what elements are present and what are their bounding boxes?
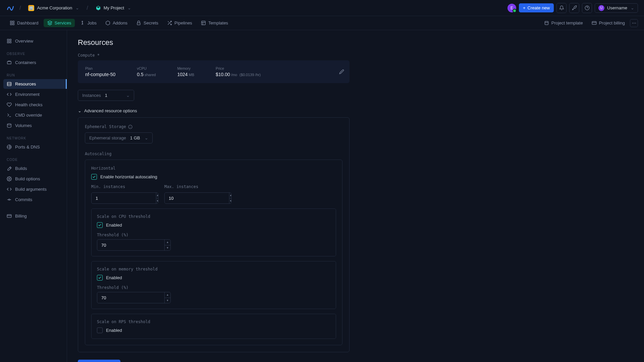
enable-horizontal-checkbox[interactable]	[91, 174, 97, 180]
sidebar-volumes[interactable]: Volumes	[3, 121, 63, 130]
sidebar-billing[interactable]: Billing	[3, 211, 63, 221]
update-restart-button[interactable]: Update & restart	[78, 360, 120, 362]
nav-project-template[interactable]: Project template	[540, 19, 587, 27]
page-title: Resources	[78, 38, 633, 47]
nav-services[interactable]: Services	[44, 19, 75, 27]
svg-rect-4	[13, 23, 14, 25]
min-instances-input[interactable]: ▲▼	[91, 192, 158, 204]
advanced-options-toggle[interactable]: ⌄ Advanced resource options	[78, 108, 633, 113]
min-instances-label: Min. instances	[91, 184, 158, 189]
user-badge: U	[598, 5, 604, 11]
project-name: My Project	[104, 5, 124, 10]
sidebar-commits[interactable]: Commits	[3, 195, 63, 204]
sidebar-header-run: RUN	[3, 70, 63, 79]
step-down-icon[interactable]: ▼	[156, 198, 158, 204]
chevron-down-icon: ⌄	[126, 93, 130, 98]
step-up-icon[interactable]: ▲	[165, 292, 170, 298]
edit-compute-button[interactable]	[339, 69, 344, 74]
nav-dashboard[interactable]: Dashboard	[6, 19, 42, 27]
nav-secrets[interactable]: Secrets	[132, 19, 162, 27]
cpu-threshold-input[interactable]: ▲▼	[97, 239, 171, 251]
compute-card: Plannf-compute-50 vCPU0.5shared Memory10…	[78, 60, 350, 83]
sidebar-build-arguments[interactable]: Build arguments	[3, 184, 63, 194]
create-new-button[interactable]: + Create new	[519, 3, 554, 12]
project-selector[interactable]: My Project ⌄	[93, 4, 134, 12]
svg-rect-8	[545, 21, 548, 25]
autoscaling-label: Autoscaling	[85, 152, 342, 156]
more-button[interactable]: ⋯	[630, 19, 638, 27]
step-down-icon[interactable]: ▼	[165, 245, 170, 251]
logo[interactable]	[6, 4, 15, 12]
heart-icon	[7, 102, 12, 107]
cube-icon	[96, 5, 101, 11]
svg-rect-7	[202, 21, 205, 25]
code-icon	[7, 187, 12, 192]
dots-icon: ⋯	[632, 20, 636, 25]
chevron-down-icon: ⌄	[75, 5, 79, 10]
org-name: Acme Corporation	[37, 5, 72, 10]
chevron-down-icon: ⌄	[631, 5, 634, 10]
sidebar-ports-dns[interactable]: Ports & DNS	[3, 142, 63, 152]
org-selector[interactable]: 🏢 Acme Corporation ⌄	[25, 4, 82, 12]
cpu-threshold-title: Scale on CPU threshold	[97, 214, 330, 219]
plan-label: Plan	[85, 66, 115, 70]
card-icon	[7, 214, 12, 219]
svg-rect-14	[7, 61, 11, 64]
globe-icon	[7, 144, 12, 149]
lock-icon	[136, 20, 141, 25]
compute-label: Compute *	[78, 53, 633, 58]
step-up-icon[interactable]: ▲	[229, 193, 231, 198]
max-instances-input[interactable]: ▲▼	[164, 192, 231, 204]
sidebar-overview[interactable]: Overview	[3, 36, 63, 46]
breadcrumb-sep: /	[19, 5, 21, 11]
user-menu[interactable]: U Username ⌄	[595, 3, 638, 13]
svg-rect-13	[10, 42, 11, 43]
avatar[interactable]: E	[507, 4, 516, 12]
notifications-button[interactable]	[556, 3, 567, 13]
nav-project-billing[interactable]: Project billing	[588, 19, 629, 27]
help-button[interactable]	[582, 3, 592, 13]
nav-pipelines[interactable]: Pipelines	[163, 19, 196, 27]
container-icon	[7, 60, 12, 65]
step-down-icon[interactable]: ▼	[229, 198, 231, 204]
step-up-icon[interactable]: ▲	[156, 193, 158, 198]
sidebar-build-options[interactable]: Build options	[3, 174, 63, 184]
changelog-button[interactable]	[569, 3, 579, 13]
nav-templates[interactable]: Templates	[197, 19, 232, 27]
mem-enabled-checkbox[interactable]	[97, 275, 103, 281]
bell-icon	[559, 5, 564, 10]
rps-enabled-checkbox[interactable]	[97, 327, 103, 333]
sidebar-containers[interactable]: Containers	[3, 58, 63, 67]
commit-icon	[7, 197, 12, 202]
svg-rect-11	[10, 39, 11, 41]
cpu-threshold-label: Threshold (%)	[97, 233, 330, 237]
ephemeral-select[interactable]: Ephemeral storage 1 GB ⌄	[85, 132, 153, 143]
sidebar-health-checks[interactable]: Health checks	[3, 100, 63, 110]
sidebar-cmd-override[interactable]: CMD override	[3, 110, 63, 120]
svg-point-19	[9, 178, 10, 180]
sidebar-header-network: NETWORK	[3, 133, 63, 142]
nav-jobs[interactable]: Jobs	[76, 19, 100, 27]
plus-icon: +	[523, 5, 526, 10]
chevron-down-icon: ⌄	[127, 5, 131, 10]
sidebar-environment[interactable]: Environment	[3, 89, 63, 99]
main-content: Resources Compute * Plannf-compute-50 vC…	[67, 30, 644, 362]
rps-threshold-title: Scale on RPS threshold	[97, 319, 330, 324]
nav-addons[interactable]: Addons	[102, 19, 131, 27]
sidebar-builds[interactable]: Builds	[3, 164, 63, 173]
gear-icon	[7, 176, 12, 181]
info-icon[interactable]	[128, 125, 132, 129]
sidebar-resources[interactable]: Resources	[3, 79, 67, 89]
pencil-icon	[339, 69, 344, 74]
enable-horizontal-label: Enable horizontal autoscaling	[100, 174, 157, 179]
cpu-enabled-checkbox[interactable]	[97, 222, 103, 228]
mem-threshold-input[interactable]: ▲▼	[97, 292, 171, 303]
svg-rect-6	[137, 23, 140, 25]
step-up-icon[interactable]: ▲	[165, 240, 170, 245]
hammer-icon	[7, 166, 12, 171]
svg-rect-21	[7, 215, 11, 218]
instances-select[interactable]: Instances 1 ⌄	[78, 90, 134, 101]
navbar: Dashboard Services Jobs Addons Secrets P…	[0, 16, 644, 30]
ephemeral-label: Ephemeral Storage	[85, 124, 342, 129]
step-down-icon[interactable]: ▼	[165, 298, 170, 303]
